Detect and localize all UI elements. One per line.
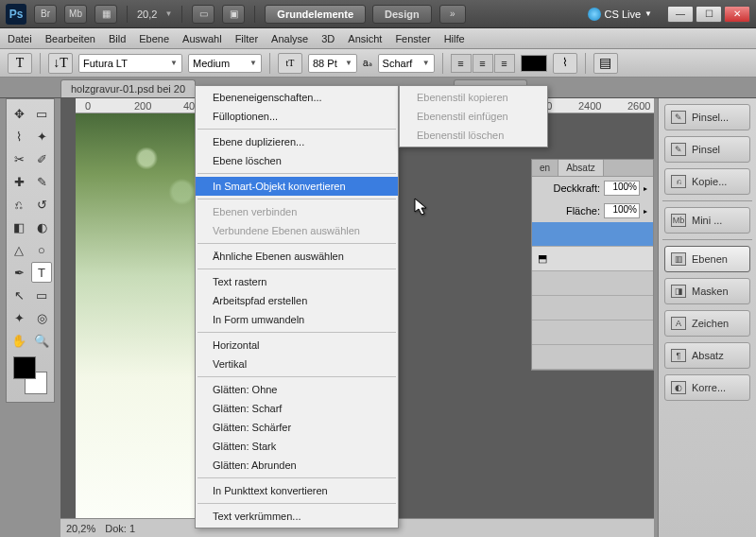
char-panel-toggle[interactable]: ▤ — [593, 53, 618, 74]
text-orientation[interactable]: ↓T — [48, 53, 73, 74]
ctx-vertikal[interactable]: Vertikal — [196, 355, 398, 373]
ctx-arbeitspfad-erstellen[interactable]: Arbeitspfad erstellen — [196, 291, 398, 310]
dodge-tool[interactable]: ○ — [31, 239, 52, 260]
opacity-input[interactable]: 100% — [604, 181, 640, 196]
brush-tool[interactable]: ✎ — [31, 171, 52, 192]
ctx-gl-tten-stark[interactable]: Glätten: Stark — [196, 437, 398, 456]
font-family-select[interactable]: Futura LT▼ — [78, 54, 182, 73]
document-tab-active[interactable]: holzgravur-01.psd bei 20 — [60, 79, 196, 97]
lasso-tool[interactable]: ⌇ — [9, 126, 29, 147]
lock-icon: ⬒ — [538, 252, 547, 265]
healing-tool[interactable]: ✚ — [9, 171, 29, 192]
pen-tool[interactable]: ✒ — [9, 262, 29, 283]
fill-input[interactable]: 100% — [604, 203, 640, 218]
ctx-gl-tten-scharf[interactable]: Glätten: Scharf — [196, 399, 398, 418]
eraser-tool[interactable]: ◧ — [9, 217, 29, 237]
layer-selected[interactable] — [532, 222, 653, 247]
align-center[interactable]: ≡ — [472, 54, 493, 73]
minibridge-button[interactable]: Mb — [64, 5, 87, 24]
bridge-button[interactable]: Br — [34, 5, 57, 24]
crop-tool[interactable]: ✂ — [9, 148, 29, 169]
foreground-color[interactable] — [13, 356, 36, 379]
window-maximize[interactable]: ☐ — [696, 6, 722, 23]
menu-datei[interactable]: Datei — [8, 33, 32, 44]
warp-text[interactable]: ⌇ — [553, 53, 577, 74]
ctx-ebene-l-schen[interactable]: Ebene löschen — [196, 151, 398, 170]
history-brush-tool[interactable]: ↺ — [31, 194, 52, 215]
font-size-select[interactable]: 88 Pt▼ — [308, 54, 357, 73]
ctx-in-form-umwandeln[interactable]: In Form umwandeln — [196, 310, 398, 329]
eyedropper-tool[interactable]: ✐ — [31, 148, 52, 169]
dock-mini[interactable]: MbMini ... — [664, 207, 750, 234]
font-style-select[interactable]: Medium▼ — [188, 54, 262, 73]
arrange-button[interactable]: ▭ — [192, 5, 215, 24]
ctx-gl-tten-sch-rfer[interactable]: Glätten: Schärfer — [196, 418, 398, 437]
menu-filter[interactable]: Filter — [235, 33, 258, 44]
status-zoom[interactable]: 20,2% — [66, 523, 95, 534]
workspace-grundelemente[interactable]: Grundelemente — [265, 5, 366, 24]
ctx-f-lloptionen[interactable]: Fülloptionen... — [196, 107, 398, 126]
cslive-menu[interactable]: CS Live ▼ — [588, 8, 652, 21]
ctx-in-punkttext-konvertieren[interactable]: In Punkttext konvertieren — [196, 481, 398, 500]
3d-camera-tool[interactable]: ◎ — [31, 307, 52, 328]
menu-auswahl[interactable]: Auswahl — [182, 33, 222, 44]
shape-tool[interactable]: ▭ — [31, 285, 52, 305]
dock-ebenen[interactable]: ▥Ebenen — [664, 246, 750, 272]
menu-ebene[interactable]: Ebene — [139, 33, 169, 44]
dock-absatz[interactable]: ¶Absatz — [664, 342, 750, 369]
text-color[interactable] — [521, 55, 547, 72]
ctx-gl-tten-ohne[interactable]: Glätten: Ohne — [196, 380, 398, 399]
ctx-ebeneneigenschaften[interactable]: Ebeneneigenschaften... — [196, 88, 398, 107]
ctx-ebene-duplizieren[interactable]: Ebene duplizieren... — [196, 132, 398, 151]
antialias-select[interactable]: Scharf▼ — [378, 54, 435, 73]
zoom-preset[interactable]: 20,2 — [137, 9, 157, 20]
dock-masken[interactable]: ◨Masken — [664, 278, 750, 304]
workspace-more[interactable]: » — [439, 5, 466, 24]
layer-empty[interactable] — [532, 345, 653, 370]
color-picker[interactable] — [9, 356, 51, 394]
menu-3d[interactable]: 3D — [321, 33, 335, 44]
layer-item[interactable]: ⬒ — [532, 247, 653, 271]
menu-ansicht[interactable]: Ansicht — [348, 33, 382, 44]
wand-tool[interactable]: ✦ — [31, 126, 52, 147]
panel-tab-1[interactable]: en — [532, 160, 558, 176]
workspace-design[interactable]: Design — [372, 5, 432, 24]
ctx-hnliche-ebenen-ausw-hlen[interactable]: Ähnliche Ebenen auswählen — [196, 247, 398, 266]
dock-kopie[interactable]: ⎌Kopie... — [664, 168, 750, 195]
viewextras-button[interactable]: ▦ — [94, 5, 117, 24]
layer-empty[interactable] — [532, 271, 653, 296]
panel-tab-absatz[interactable]: Absatz — [558, 160, 604, 176]
marquee-tool[interactable]: ▭ — [31, 103, 52, 124]
3d-tool[interactable]: ✦ — [9, 307, 29, 328]
ctx-text-verkr-mmen[interactable]: Text verkrümmen... — [196, 507, 398, 526]
blur-tool[interactable]: △ — [9, 239, 29, 260]
window-minimize[interactable]: — — [667, 6, 694, 23]
dock-pinsel[interactable]: ✎Pinsel... — [664, 104, 750, 130]
dock-zeichen[interactable]: AZeichen — [664, 310, 750, 337]
tool-preset[interactable]: T — [8, 53, 32, 74]
window-close[interactable]: ✕ — [724, 6, 750, 23]
menu-bild[interactable]: Bild — [109, 33, 126, 44]
type-tool[interactable]: T — [31, 262, 52, 283]
menu-hilfe[interactable]: Hilfe — [444, 33, 465, 44]
zoom-tool[interactable]: 🔍 — [31, 330, 52, 351]
layer-empty[interactable] — [532, 320, 653, 345]
menu-analyse[interactable]: Analyse — [271, 33, 308, 44]
gradient-tool[interactable]: ◐ — [31, 217, 52, 237]
ctx-in-smart-objekt-konvertieren[interactable]: In Smart-Objekt konvertieren — [196, 177, 398, 196]
hand-tool[interactable]: ✋ — [9, 330, 29, 351]
ctx-horizontal[interactable]: Horizontal — [196, 336, 398, 355]
ctx-gl-tten-abrunden[interactable]: Glätten: Abrunden — [196, 456, 398, 475]
stamp-tool[interactable]: ⎌ — [9, 194, 29, 215]
dock-korre[interactable]: ◐Korre... — [664, 374, 750, 401]
menu-fenster[interactable]: Fenster — [395, 33, 430, 44]
move-tool[interactable]: ✥ — [9, 103, 29, 124]
layer-empty[interactable] — [532, 296, 653, 320]
screenmode-button[interactable]: ▣ — [222, 5, 245, 24]
align-left[interactable]: ≡ — [451, 54, 472, 73]
align-right[interactable]: ≡ — [494, 54, 515, 73]
menu-bearbeiten[interactable]: Bearbeiten — [45, 33, 95, 44]
ctx-text-rastern[interactable]: Text rastern — [196, 272, 398, 291]
path-select-tool[interactable]: ↖ — [9, 285, 29, 305]
dock-pinsel[interactable]: ✎Pinsel — [664, 136, 750, 163]
